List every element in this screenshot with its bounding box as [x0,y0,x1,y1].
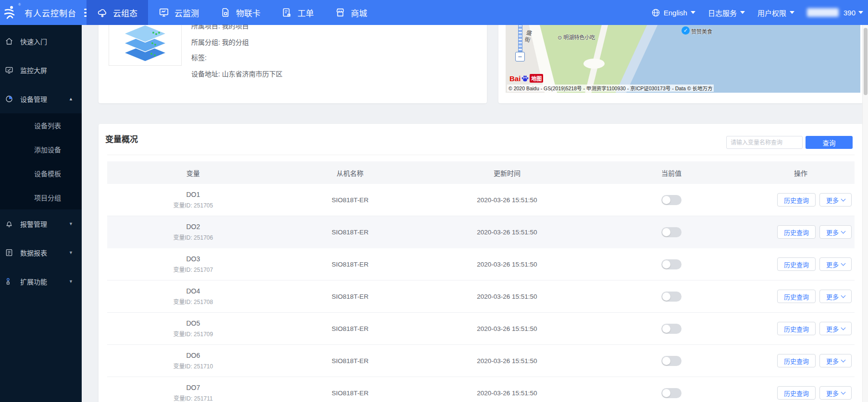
nav-tab-1[interactable]: 云组态 [87,0,148,25]
value-toggle[interactable] [661,195,682,205]
page-scrollbar[interactable] [862,25,868,402]
sidebar-item-2[interactable]: 监控大屏 [0,56,82,85]
chevron-down-icon: ▼ [69,250,73,255]
cloud-icon [97,7,108,18]
log-service-menu[interactable]: 日志服务 [708,8,745,18]
scrollbar-thumb[interactable] [864,28,868,95]
value-toggle[interactable] [661,227,682,237]
variable-name: DO5 [186,319,200,327]
device-info-card: 所属项目: 我的项目 所属分组: 我的分组 标签: 设备地址: 山东省济南市历下… [99,25,487,103]
log-service-label: 日志服务 [708,8,737,18]
map-plaza [583,59,605,69]
alarm-bell-icon [5,219,13,228]
history-query-button[interactable]: 历史查询 [777,225,816,239]
more-dropdown-button[interactable]: 更多 [819,257,852,271]
variable-id: 变量ID: 251708 [173,297,213,305]
nav-tab-5[interactable]: 商城 [324,0,378,25]
sidebar-item-1[interactable]: 快速入门 [0,27,82,56]
sidebar-subitem-1[interactable]: 设备列表 [0,113,82,137]
variable-search-input[interactable] [726,136,803,149]
value-toggle[interactable] [661,324,682,334]
actions-cell: 历史查询更多 [750,290,855,303]
language-label: English [664,9,687,17]
sidebar: 快速入门监控大屏设备管理▲设备列表添加设备设备模板项目分组报警管理▼数据报表▼扩… [0,25,82,402]
current-value-cell [593,324,750,334]
value-toggle[interactable] [661,292,682,302]
nav-tab-4[interactable]: 工单 [271,0,324,25]
chevron-down-icon [691,11,695,14]
sidebar-item-4[interactable]: 报警管理▼ [0,209,82,238]
table-row: DO2变量ID: 251706SIO818T-ER2020-03-26 15:5… [107,216,855,248]
history-query-button[interactable]: 历史查询 [777,193,816,207]
history-query-button[interactable]: 历史查询 [777,290,816,303]
sidebar-item-3[interactable]: 设备管理▲ [0,85,82,113]
registered-mark: ® [18,3,21,6]
slave-name-cell: SIO818T-ER [279,261,421,268]
variable-cell: DO3变量ID: 251707 [107,255,279,273]
brand[interactable]: ® 有人云控制台 [4,0,95,25]
nav-tab-label: 云组态 [113,7,137,19]
navbar-right: English 日志服务 用户权限 390 [651,0,863,25]
sidebar-subitem-4[interactable]: 项目分组 [0,185,82,209]
variable-name: DO2 [186,223,200,231]
account-menu[interactable]: 390 [807,8,863,17]
map-zoom-out-button[interactable]: − [515,52,525,61]
more-dropdown-button[interactable]: 更多 [819,290,852,303]
table-body: DO1变量ID: 251705SIO818T-ER2020-03-26 15:5… [107,184,855,402]
sidebar-item-label: 报警管理 [20,219,47,229]
slave-name-cell: SIO818T-ER [279,293,421,300]
history-query-button[interactable]: 历史查询 [777,257,816,271]
update-time-cell: 2020-03-26 15:51:50 [421,325,593,332]
chevron-down-icon [858,11,863,14]
map-poi-food[interactable]: ✓ 赞赞美食 [682,26,712,35]
more-dropdown-button[interactable]: 更多 [819,354,852,367]
value-toggle[interactable] [661,388,682,398]
more-dropdown-button[interactable]: 更多 [819,322,852,335]
sidebar-item-5[interactable]: 数据报表▼ [0,238,82,267]
sidebar-subitem-2[interactable]: 添加设备 [0,137,82,161]
variable-cell: DO5变量ID: 251709 [107,319,279,338]
map-copyright: © 2020 Baidu - GS(2019)5218号 - 甲测资字11009… [507,85,714,92]
current-value-cell [593,195,750,205]
history-query-button[interactable]: 历史查询 [777,354,816,367]
more-dropdown-button[interactable]: 更多 [819,386,852,400]
variables-table: 变量从机名称更新时间当前值操作 DO1变量ID: 251705SIO818T-E… [107,161,855,402]
more-dropdown-button[interactable]: 更多 [819,225,852,239]
sidebar-subitem-3[interactable]: 设备模板 [0,161,82,185]
sidebar-item-label: 快速入门 [20,37,47,46]
user-permission-label: 用户权限 [757,8,786,18]
chevron-down-icon [841,325,846,330]
column-header-3: 更新时间 [421,168,593,178]
nav-tab-label: 工单 [298,7,314,19]
actions-cell: 历史查询更多 [750,257,855,271]
language-selector[interactable]: English [651,8,695,17]
slave-name-cell: SIO818T-ER [279,196,421,204]
variable-id: 变量ID: 251706 [173,233,213,241]
chevron-down-icon: ▼ [69,279,73,284]
variables-card: 变量概况 查询 变量从机名称更新时间当前值操作 DO1变量ID: 251705S… [99,124,863,402]
variable-name: DO3 [186,255,200,263]
value-toggle[interactable] [661,259,682,269]
table-row: DO3变量ID: 251707SIO818T-ER2020-03-26 15:5… [107,248,855,280]
table-row: DO5变量ID: 251709SIO818T-ER2020-03-26 15:5… [107,313,855,345]
user-permission-menu[interactable]: 用户权限 [757,8,794,18]
sidebar-item-label: 设备管理 [20,94,47,104]
map-zoom-slider[interactable] [518,25,522,52]
value-toggle[interactable] [661,356,682,366]
map-poi-restaurant: ⊙ 明湖特色小吃 [558,33,595,41]
baidu-map[interactable]: − 盛街 ⊙ 明湖特色小吃 ✓ 赞赞美食 Bai 地图 © 202 [506,25,860,93]
map-poi-food-label: 赞赞美食 [691,27,712,35]
blurred-phone-number [807,8,839,17]
chevron-down-icon [740,11,745,14]
variable-cell: DO1变量ID: 251705 [107,191,279,209]
variable-name: DO6 [186,352,200,359]
sidebar-item-6[interactable]: 扩展功能▼ [0,267,82,296]
table-row: DO1变量ID: 251705SIO818T-ER2020-03-26 15:5… [107,184,855,216]
query-button[interactable]: 查询 [806,136,853,149]
history-query-button[interactable]: 历史查询 [777,386,816,400]
more-dropdown-button[interactable]: 更多 [819,193,852,207]
chevron-down-icon [790,11,794,14]
nav-tab-2[interactable]: 云监测 [148,0,210,25]
history-query-button[interactable]: 历史查询 [777,322,816,335]
nav-tab-3[interactable]: 物联卡 [210,0,271,25]
